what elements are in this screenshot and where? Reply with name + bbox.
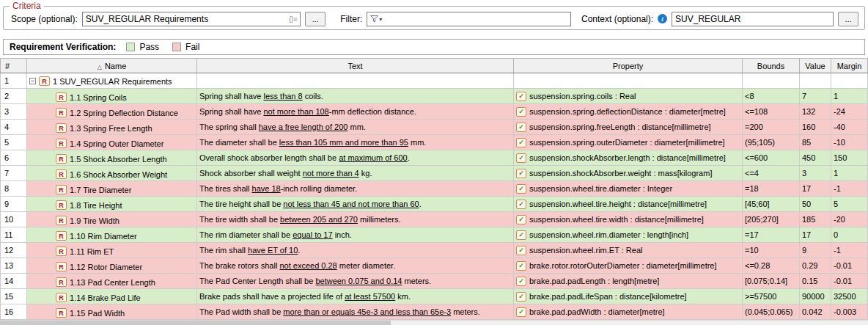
row-number-cell[interactable]: 16 bbox=[1, 304, 27, 320]
collapse-icon[interactable]: − bbox=[29, 78, 36, 84]
value-cell[interactable]: 185 bbox=[800, 212, 831, 227]
name-cell[interactable]: R1.8 Tire Height bbox=[27, 197, 197, 212]
margin-cell[interactable]: -0.003 bbox=[831, 304, 868, 320]
table-row[interactable]: 7R1.6 Shock Absorber WeightShock absorbe… bbox=[1, 166, 868, 181]
bounds-cell[interactable]: =17 bbox=[743, 227, 800, 243]
property-cell[interactable]: ✓suspension.wheel.rim.ET : Real bbox=[514, 243, 743, 258]
bounds-cell[interactable]: [45;60] bbox=[743, 197, 800, 212]
margin-cell[interactable]: -1 bbox=[831, 243, 868, 258]
row-number-cell[interactable]: 14 bbox=[1, 274, 27, 289]
margin-cell[interactable]: -20 bbox=[831, 212, 868, 227]
bounds-cell[interactable]: <=600 bbox=[743, 150, 800, 166]
text-cell[interactable]: Spring shall have less than 8 coils. bbox=[197, 89, 514, 104]
table-row[interactable]: 6R1.5 Shock Absorber LengthOverall shock… bbox=[1, 150, 868, 166]
name-cell[interactable]: R1.12 Rotor Diameter bbox=[27, 258, 197, 274]
text-cell[interactable]: The rim diameter shall be equal to 17 in… bbox=[197, 227, 514, 243]
margin-cell[interactable]: -0.01 bbox=[831, 274, 868, 289]
property-cell[interactable]: ✓suspension.wheel.tire.width : distance[… bbox=[514, 212, 743, 227]
row-number-cell[interactable]: 12 bbox=[1, 243, 27, 258]
text-cell[interactable]: The Pad Center Length shall be between 0… bbox=[197, 274, 514, 289]
header-value[interactable]: Value bbox=[800, 59, 831, 73]
bounds-cell[interactable]: [0.075;0.14] bbox=[743, 274, 800, 289]
bounds-cell[interactable]: <=4 bbox=[743, 166, 800, 181]
info-icon[interactable]: i bbox=[658, 14, 667, 23]
context-browse-button[interactable]: ... bbox=[838, 12, 858, 26]
margin-cell[interactable]: 0 bbox=[831, 227, 868, 243]
row-number-cell[interactable]: 8 bbox=[1, 181, 27, 197]
name-cell[interactable]: R1.3 Spring Free Length bbox=[27, 120, 197, 135]
value-cell[interactable]: 9 bbox=[800, 243, 831, 258]
property-cell[interactable]: ✓suspension.spring.freeLength : distance… bbox=[514, 120, 743, 135]
table-row[interactable]: 3R1.2 Spring Deflection DistanceSpring s… bbox=[1, 104, 868, 120]
bounds-cell[interactable]: =200 bbox=[743, 120, 800, 135]
filter-input[interactable] bbox=[384, 13, 567, 25]
table-row[interactable]: 16R1.15 Pad WidthThe Pad width shall be … bbox=[1, 304, 868, 320]
text-cell[interactable]: The rim shall have ET of 10. bbox=[197, 243, 514, 258]
table-row[interactable]: 14R1.13 Pad Center LengthThe Pad Center … bbox=[1, 274, 868, 289]
property-cell[interactable]: ✓suspension.wheel.tire.height : distance… bbox=[514, 197, 743, 212]
property-cell[interactable]: ✓suspension.spring.deflectionDistance : … bbox=[514, 104, 743, 120]
header-name[interactable]: △Name bbox=[27, 59, 197, 73]
row-number-cell[interactable]: 2 bbox=[1, 89, 27, 104]
header-margin[interactable]: Margin bbox=[831, 59, 868, 73]
scope-browse-button[interactable]: ... bbox=[305, 12, 326, 26]
table-row[interactable]: 10R1.9 Tire WidthThe tire width shall be… bbox=[1, 212, 868, 227]
text-cell[interactable]: The spring shall have a free length of 2… bbox=[197, 120, 514, 135]
margin-cell[interactable]: -1 bbox=[831, 181, 868, 197]
property-cell[interactable]: ✓suspension.wheel.rim.diameter : length[… bbox=[514, 227, 743, 243]
header-bounds[interactable]: Bounds bbox=[743, 59, 800, 73]
margin-cell[interactable]: 5 bbox=[831, 197, 868, 212]
table-row[interactable]: 5R1.4 Spring Outer DiameterThe diameter … bbox=[1, 135, 868, 150]
row-number-cell[interactable]: 13 bbox=[1, 258, 27, 274]
margin-cell[interactable]: 150 bbox=[831, 150, 868, 166]
row-number-cell[interactable]: 9 bbox=[1, 197, 27, 212]
bounds-cell[interactable]: [205;270] bbox=[743, 212, 800, 227]
table-row[interactable]: 9R1.8 Tire HeightThe tire height shall b… bbox=[1, 197, 868, 212]
value-cell[interactable]: 7 bbox=[800, 89, 831, 104]
property-cell[interactable]: ✓brake.rotor.rotorOuterDiameter : diamet… bbox=[514, 258, 743, 274]
row-number-cell[interactable]: 7 bbox=[1, 166, 27, 181]
value-cell[interactable] bbox=[800, 73, 831, 89]
header-number[interactable]: # bbox=[1, 59, 27, 73]
bounds-cell[interactable]: (95;105) bbox=[743, 135, 800, 150]
context-input[interactable] bbox=[675, 13, 830, 25]
table-row[interactable]: 11R1.10 Rim DiameterThe rim diameter sha… bbox=[1, 227, 868, 243]
bounds-cell[interactable]: =10 bbox=[743, 243, 800, 258]
bounds-cell[interactable]: >=57500 bbox=[743, 289, 800, 304]
row-number-cell[interactable]: 5 bbox=[1, 135, 27, 150]
value-cell[interactable]: 90000 bbox=[800, 289, 831, 304]
text-cell[interactable]: Brake pads shall have a projected life o… bbox=[197, 289, 514, 304]
row-number-cell[interactable]: 1 bbox=[1, 73, 27, 89]
name-cell[interactable]: R1.6 Shock Absorber Weight bbox=[27, 166, 197, 181]
text-cell[interactable]: The Pad width shall be more than or equa… bbox=[197, 304, 514, 320]
name-cell[interactable]: R1.15 Pad Width bbox=[27, 304, 197, 320]
table-row[interactable]: 13R1.12 Rotor DiameterThe brake rotors s… bbox=[1, 258, 868, 274]
fail-checkbox[interactable] bbox=[172, 43, 181, 51]
value-cell[interactable]: 17 bbox=[800, 181, 831, 197]
bounds-cell[interactable] bbox=[743, 73, 800, 89]
value-cell[interactable]: 0.29 bbox=[800, 258, 831, 274]
value-cell[interactable]: 85 bbox=[800, 135, 831, 150]
text-cell[interactable]: Overall shock absorber length shall be a… bbox=[197, 150, 514, 166]
margin-cell[interactable]: 1 bbox=[831, 89, 868, 104]
text-cell[interactable]: The tires shall have 18-inch rolling dia… bbox=[197, 181, 514, 197]
pass-checkbox[interactable] bbox=[126, 43, 135, 51]
table-row[interactable]: 2R1.1 Spring CoilsSpring shall have less… bbox=[1, 89, 868, 104]
margin-cell[interactable]: -0.01 bbox=[831, 258, 868, 274]
value-cell[interactable]: 17 bbox=[800, 227, 831, 243]
property-cell[interactable]: ✓suspension.wheel.tire.diameter : Intege… bbox=[514, 181, 743, 197]
margin-cell[interactable]: -24 bbox=[831, 104, 868, 120]
name-cell[interactable]: R1.11 Rim ET bbox=[27, 243, 197, 258]
row-number-cell[interactable]: 3 bbox=[1, 104, 27, 120]
row-number-cell[interactable]: 11 bbox=[1, 227, 27, 243]
header-property[interactable]: Property bbox=[514, 59, 743, 73]
table-row[interactable]: 4R1.3 Spring Free LengthThe spring shall… bbox=[1, 120, 868, 135]
text-cell[interactable]: Shock absorber shall weight not more tha… bbox=[197, 166, 514, 181]
table-row[interactable]: 12R1.11 Rim ETThe rim shall have ET of 1… bbox=[1, 243, 868, 258]
property-cell[interactable]: ✓brake.pad.padLength : length[metre] bbox=[514, 274, 743, 289]
text-cell[interactable]: The tire width shall be between 205 and … bbox=[197, 212, 514, 227]
margin-cell[interactable]: 1 bbox=[831, 166, 868, 181]
name-cell[interactable]: R1.4 Spring Outer Diameter bbox=[27, 135, 197, 150]
filter-funnel-icon[interactable]: ▾ bbox=[370, 15, 382, 23]
property-cell[interactable]: ✓brake.pad.padWidth : diameter[metre] bbox=[514, 304, 743, 320]
